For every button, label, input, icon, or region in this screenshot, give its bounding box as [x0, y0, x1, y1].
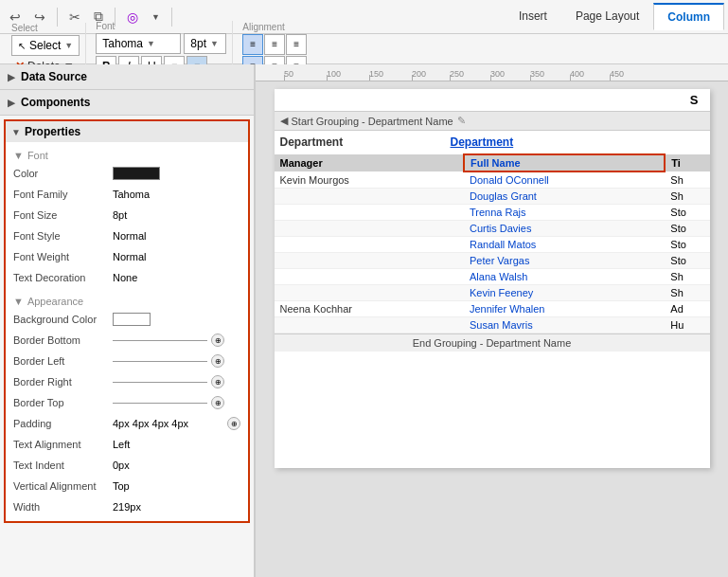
font-style-label: Font Style — [13, 230, 113, 242]
align-grid-top: ≡ ≡ ≡ — [242, 34, 307, 55]
border-left-controls: ⊕ — [113, 354, 224, 368]
cell-title: Sh — [665, 171, 709, 189]
font-weight-row: Font Weight Normal — [9, 246, 244, 267]
data-source-header[interactable]: ▶ Data Source — [0, 64, 254, 89]
cell-fullname: Peter Vargas — [464, 253, 665, 269]
col-manager: Manager — [275, 154, 465, 171]
tab-column[interactable]: Column — [653, 3, 724, 30]
cell-manager — [275, 221, 465, 237]
col-title: Ti — [665, 154, 709, 171]
cell-fullname: Curtis Davies — [464, 221, 665, 237]
text-align-label: Text Alignment — [13, 439, 113, 450]
width-value: 219px — [113, 501, 240, 513]
font-label: Font — [96, 21, 226, 31]
dept-col1: Department — [275, 133, 445, 152]
edit-icon[interactable]: ✎ — [457, 115, 466, 127]
text-indent-row: Text Indent 0px — [9, 455, 244, 476]
ruler-mark-150: 150 — [369, 69, 383, 79]
padding-value: 4px 4px 4px 4px — [113, 418, 227, 429]
bg-color-label: Background Color — [13, 314, 113, 325]
border-top-controls: ⊕ — [113, 396, 224, 409]
cell-fullname: Trenna Rajs — [464, 205, 665, 221]
font-family-value: Tahoma — [113, 189, 240, 200]
cell-fullname: Kevin Feeney — [464, 285, 665, 301]
font-family-row: Font Family Tahoma — [9, 184, 244, 205]
color-label: Color — [13, 168, 113, 179]
cell-manager — [275, 317, 465, 334]
border-left-icon[interactable]: ⊕ — [211, 354, 224, 368]
size-value: 8pt — [190, 37, 206, 50]
border-bottom-line — [113, 340, 207, 341]
cell-fullname: Jennifer Whalen — [464, 301, 665, 317]
ruler-tick-300 — [490, 75, 491, 81]
font-controls: Tahoma ▼ 8pt ▼ — [96, 33, 226, 54]
ruler-tick-400 — [570, 75, 571, 81]
cell-title: Sto — [665, 205, 709, 221]
align-right-top[interactable]: ≡ — [286, 34, 307, 55]
border-right-label: Border Right — [13, 376, 113, 388]
dept-col2: Department — [445, 133, 520, 152]
cell-title: Ad — [665, 301, 709, 317]
size-dropdown[interactable]: 8pt ▼ — [184, 33, 226, 54]
appearance-group-header: ▼ Appearance — [9, 292, 244, 309]
select-dropdown[interactable]: ↖ Select ▼ — [11, 35, 80, 56]
table-row: Peter Vargas Sto — [275, 253, 710, 269]
border-bottom-icon[interactable]: ⊕ — [211, 334, 224, 347]
font-dropdown[interactable]: Tahoma ▼ — [96, 33, 181, 54]
header-text: S — [690, 93, 702, 107]
properties-label: Properties — [25, 125, 80, 138]
cell-title: Sto — [665, 253, 709, 269]
color-row: Color — [9, 163, 244, 184]
align-left-top[interactable]: ≡ — [242, 34, 263, 55]
cell-title: Sto — [665, 221, 709, 237]
ruler-tick-150 — [369, 75, 370, 81]
font-size-label: Font Size — [13, 209, 113, 221]
border-right-line — [113, 382, 207, 383]
ruler-tick-250 — [450, 75, 451, 81]
cell-title: Sh — [665, 285, 709, 301]
tab-page-layout[interactable]: Page Layout — [561, 3, 653, 30]
border-left-line — [113, 361, 207, 362]
components-triangle: ▶ — [8, 98, 15, 108]
ruler-mark-100: 100 — [327, 69, 341, 79]
border-right-icon[interactable]: ⊕ — [211, 375, 224, 388]
border-top-line — [113, 403, 207, 404]
cell-title: Sh — [665, 269, 709, 285]
components-header[interactable]: ▶ Components — [0, 90, 254, 115]
col-fullname[interactable]: Full Name — [464, 154, 665, 171]
align-center-top[interactable]: ≡ — [264, 34, 285, 55]
table-row: Neena Kochhar Jennifer Whalen Ad — [275, 301, 710, 317]
ruler-tick-50 — [284, 75, 285, 81]
cell-title: Hu — [665, 317, 709, 334]
table-header-row: Manager Full Name Ti — [275, 154, 710, 171]
end-group-text: End Grouping - Department Name — [413, 337, 572, 349]
bg-color-row: Background Color — [9, 309, 244, 330]
appearance-triangle: ▼ — [13, 296, 24, 307]
select-arrow: ▼ — [64, 41, 73, 50]
border-bottom-label: Border Bottom — [13, 334, 113, 346]
color-swatch[interactable] — [113, 167, 160, 180]
cell-manager — [275, 253, 465, 269]
cell-title: Sh — [665, 189, 709, 205]
width-label: Width — [13, 501, 113, 513]
cell-fullname: Alana Walsh — [464, 269, 665, 285]
table-row: Trenna Rajs Sto — [275, 205, 710, 221]
table-row: Randall Matos Sto — [275, 237, 710, 253]
tab-insert[interactable]: Insert — [505, 3, 561, 30]
cell-fullname: Donald OConnell — [464, 171, 665, 189]
bg-color-swatch[interactable] — [113, 313, 151, 326]
select-btn-label: Select — [29, 39, 61, 52]
report-header: S — [275, 89, 710, 111]
padding-row: Padding 4px 4px 4px 4px ⊕ — [9, 413, 244, 434]
font-weight-label: Font Weight — [13, 251, 113, 262]
padding-icon[interactable]: ⊕ — [227, 417, 240, 430]
cell-manager — [275, 205, 465, 221]
text-decoration-label: Text Decoration — [13, 272, 113, 283]
text-indent-label: Text Indent — [13, 460, 113, 471]
border-left-row: Border Left ⊕ — [9, 351, 244, 371]
border-top-icon[interactable]: ⊕ — [211, 396, 224, 409]
font-size-row: Font Size 8pt — [9, 205, 244, 225]
table-row: Curtis Davies Sto — [275, 221, 710, 237]
report-area: S ◀ Start Grouping - Department Name ✎ D… — [275, 89, 710, 468]
components-section: ▶ Components — [0, 90, 254, 116]
